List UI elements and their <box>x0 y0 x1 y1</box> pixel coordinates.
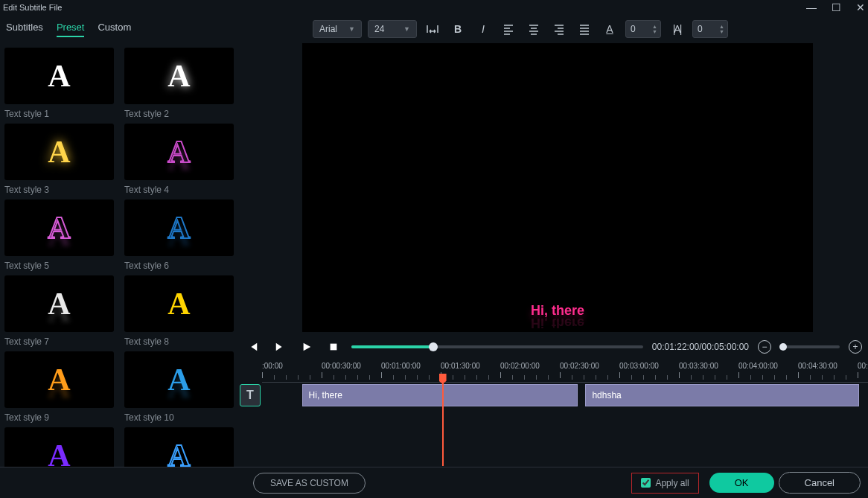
preset-item[interactable]: A <box>4 427 114 467</box>
zoom-knob[interactable] <box>779 343 787 351</box>
preset-item[interactable]: AText style 6 <box>124 199 234 271</box>
preset-item[interactable]: AText style 9 <box>4 351 114 423</box>
preset-item[interactable]: AText style 1 <box>4 48 114 119</box>
align-justify-button[interactable] <box>575 20 594 38</box>
preset-thumb: A <box>124 48 234 104</box>
preset-thumb: A <box>4 48 114 104</box>
preset-thumb: A <box>4 275 114 332</box>
prev-frame-button[interactable] <box>244 338 262 356</box>
preset-label: Text style 7 <box>4 336 114 347</box>
char-spacing-value: 0 <box>631 24 636 34</box>
timeline[interactable]: :00:0000:00:30:0000:01:00:0000:01:30:000… <box>238 362 868 467</box>
preset-thumb: A <box>4 124 114 180</box>
preset-label: Text style 9 <box>4 412 114 423</box>
bottom-bar: SAVE AS CUSTOM Apply all OK Cancel <box>0 467 868 498</box>
ruler-mark: 00:00:30:00 <box>322 362 361 370</box>
preset-thumb: A <box>4 351 114 408</box>
ruler-mark: 00:04:00:00 <box>738 362 778 370</box>
top-row: Subtitles Preset Custom Arial▼ 24▼ B I A… <box>0 15 868 43</box>
playhead[interactable] <box>442 374 444 466</box>
preset-thumb: A <box>124 351 234 408</box>
total-time: 00:05:00:00 <box>702 342 749 352</box>
size-value: 24 <box>374 24 384 34</box>
preview-subtitle-reflection: Hi, there <box>531 315 584 331</box>
preset-thumb: A <box>124 124 234 180</box>
preset-label: Text style 4 <box>124 185 234 195</box>
ruler-mark: 00:01:30:00 <box>441 362 480 370</box>
apply-all-label: Apply all <box>655 478 689 488</box>
preset-label: Text style 1 <box>4 109 114 119</box>
font-dropdown[interactable]: Arial▼ <box>313 20 362 38</box>
preset-item[interactable]: AText style 7 <box>4 275 114 347</box>
window-controls: — ☐ ✕ <box>806 1 865 13</box>
current-time: 00:01:22:00 <box>652 342 699 352</box>
side-tabs: Subtitles Preset Custom <box>0 22 238 37</box>
preset-grid[interactable]: AText style 1AText style 2AText style 3A… <box>0 43 238 467</box>
preset-thumb: A <box>124 427 234 467</box>
stop-button[interactable] <box>325 338 342 356</box>
font-value: Arial <box>319 24 337 34</box>
progress-knob[interactable] <box>429 342 438 351</box>
text-color-button[interactable]: A <box>600 20 619 38</box>
chevron-down-icon: ▼ <box>339 25 355 33</box>
zoom-in-button[interactable]: + <box>849 340 862 354</box>
spinner-arrows-icon: ▲▼ <box>719 24 724 34</box>
close-button[interactable]: ✕ <box>856 1 865 13</box>
line-spacing-value: 0 <box>698 24 703 34</box>
tab-subtitles[interactable]: Subtitles <box>6 22 43 37</box>
preset-item[interactable]: AText style 5 <box>4 199 114 271</box>
line-spacing-spinner[interactable]: 0▲▼ <box>692 20 728 38</box>
size-dropdown[interactable]: 24▼ <box>368 20 417 38</box>
maximize-button[interactable]: ☐ <box>832 1 841 13</box>
preset-item[interactable]: AText style 4 <box>124 124 234 195</box>
progress-slider[interactable] <box>351 345 643 348</box>
subtitle-clip[interactable]: hdhsha <box>585 384 859 406</box>
preset-label: Text style 8 <box>124 336 234 347</box>
minimize-button[interactable]: — <box>806 1 817 13</box>
progress-fill <box>351 345 433 348</box>
ruler-mark: 00:03:30:00 <box>679 362 718 370</box>
ok-button[interactable]: OK <box>709 473 774 493</box>
italic-button[interactable]: I <box>473 20 493 38</box>
titlebar: Edit Subtitle File — ☐ ✕ <box>0 0 868 15</box>
ruler-mark: 00:04:30:00 <box>798 362 837 370</box>
timecode: 00:01:22:00/00:05:00:00 <box>652 342 749 352</box>
preset-label: Text style 2 <box>124 109 234 119</box>
track-label-text-icon[interactable]: T <box>240 384 261 406</box>
next-frame-button[interactable] <box>271 338 289 356</box>
clips-container: Hi, therehdhsha <box>262 384 868 406</box>
tab-custom[interactable]: Custom <box>98 22 131 37</box>
apply-all-input[interactable] <box>641 478 651 488</box>
preset-item[interactable]: AText style 2 <box>124 48 234 119</box>
char-spacing-icon[interactable] <box>423 20 442 38</box>
cancel-button[interactable]: Cancel <box>779 472 861 494</box>
preset-item[interactable]: AText style 3 <box>4 124 114 195</box>
tab-preset[interactable]: Preset <box>57 22 85 37</box>
right-pane: Hi, there Hi, there 00:01:22:00/00:05:00… <box>238 43 868 467</box>
preset-item[interactable]: A <box>124 427 234 467</box>
preset-item[interactable]: AText style 10 <box>124 351 234 423</box>
ruler-mark: 00:02:00:00 <box>500 362 540 370</box>
align-left-button[interactable] <box>499 20 518 38</box>
subtitle-clip[interactable]: Hi, there <box>302 384 578 406</box>
bold-button[interactable]: B <box>448 20 467 38</box>
window-title: Edit Subtitle File <box>3 3 62 12</box>
char-spacing-spinner[interactable]: 0▲▼ <box>625 20 661 38</box>
chevron-down-icon: ▼ <box>395 25 410 33</box>
preset-item[interactable]: AText style 8 <box>124 275 234 347</box>
align-right-button[interactable] <box>549 20 569 38</box>
line-spacing-icon[interactable]: |A| <box>667 20 686 38</box>
apply-all-checkbox[interactable]: Apply all <box>631 473 698 494</box>
subtitle-track[interactable]: T Hi, therehdhsha <box>262 384 868 406</box>
zoom-out-button[interactable]: − <box>758 340 771 354</box>
player-controls: 00:01:22:00/00:05:00:00 − + <box>238 332 868 362</box>
zoom-slider[interactable] <box>780 345 840 348</box>
align-center-button[interactable] <box>524 20 543 38</box>
time-ruler[interactable]: :00:0000:00:30:0000:01:00:0000:01:30:000… <box>262 362 868 383</box>
preset-label: Text style 10 <box>124 412 234 423</box>
play-button[interactable] <box>298 338 316 356</box>
ruler-mark: 00:02:30:00 <box>560 362 599 370</box>
preview-area[interactable]: Hi, there Hi, there <box>302 43 813 332</box>
save-as-custom-button[interactable]: SAVE AS CUSTOM <box>253 473 366 494</box>
spinner-arrows-icon: ▲▼ <box>652 24 657 34</box>
